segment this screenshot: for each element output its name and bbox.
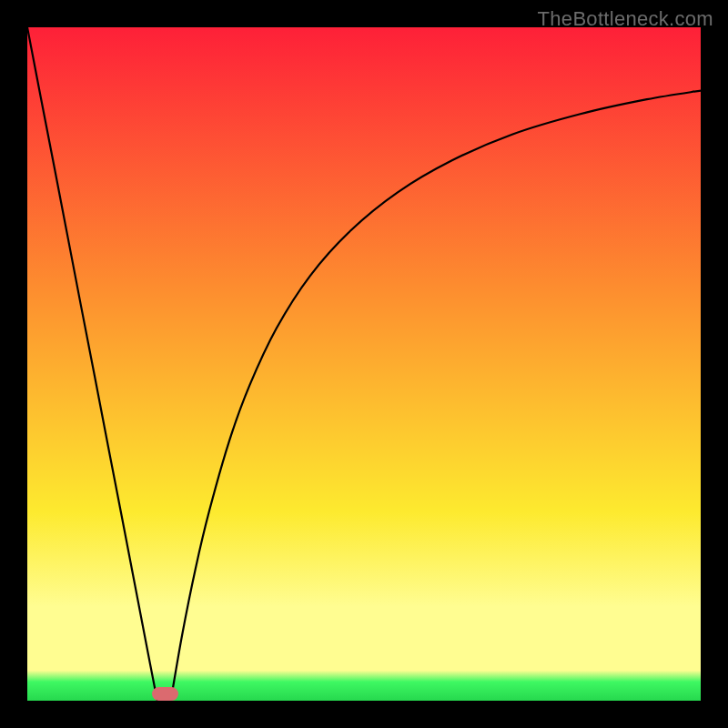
watermark-text: TheBottleneck.com xyxy=(538,7,713,31)
left-branch-line xyxy=(27,27,157,701)
plot-area xyxy=(27,27,701,701)
right-branch-line xyxy=(171,91,701,701)
curve-layer xyxy=(27,27,701,701)
bottleneck-marker xyxy=(152,687,179,701)
chart-frame: TheBottleneck.com xyxy=(0,0,728,728)
